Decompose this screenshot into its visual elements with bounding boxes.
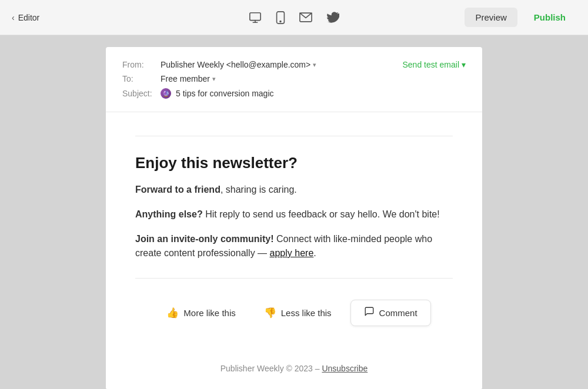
- from-value: Publisher Weekly <hello@example.com> ▾: [161, 60, 403, 69]
- main-content: From: Publisher Weekly <hello@example.co…: [0, 35, 588, 389]
- to-text: Free member: [161, 74, 210, 83]
- back-arrow-icon: ‹: [12, 13, 15, 22]
- thumbs-down-icon: 👎: [264, 307, 276, 319]
- subject-value: 🔮 5 tips for conversion magic: [161, 88, 466, 99]
- svg-point-4: [280, 21, 281, 22]
- from-label: From:: [122, 60, 161, 69]
- subject-label: Subject:: [122, 89, 161, 98]
- from-text: Publisher Weekly <hello@example.com>: [161, 60, 310, 69]
- back-link[interactable]: ‹ Editor: [12, 13, 39, 22]
- anything-rest: Hit reply to send us feedback or say hel…: [203, 209, 440, 219]
- email-heading: Enjoy this newsletter?: [135, 154, 453, 172]
- subject-text: 5 tips for conversion magic: [176, 89, 274, 98]
- community-bold: Join an invite-only community!: [135, 234, 274, 244]
- top-divider: [135, 136, 453, 136]
- to-chevron-icon[interactable]: ▾: [212, 75, 216, 83]
- twitter-icon[interactable]: [326, 12, 339, 23]
- nav-icons: [249, 11, 339, 24]
- apply-here-link[interactable]: apply here: [270, 248, 314, 258]
- top-bar: ‹ Editor Preview Publish: [0, 0, 588, 35]
- send-test-chevron-icon: ▾: [462, 60, 466, 69]
- editor-label: Editor: [18, 13, 40, 22]
- to-label: To:: [122, 74, 161, 83]
- subject-emoji-icon: 🔮: [161, 88, 171, 99]
- thumbs-up-icon: 👍: [166, 307, 179, 319]
- email-icon[interactable]: [299, 12, 312, 22]
- anything-bold: Anything else?: [135, 209, 203, 219]
- from-chevron-icon[interactable]: ▾: [313, 61, 316, 69]
- top-bar-actions: Preview Publish: [465, 8, 576, 27]
- footer-text: Publisher Weekly © 2023 –: [220, 364, 322, 373]
- mobile-icon[interactable]: [276, 11, 285, 24]
- to-row: To: Free member ▾: [122, 72, 466, 86]
- desktop-icon[interactable]: [249, 11, 262, 24]
- from-row: From: Publisher Weekly <hello@example.co…: [122, 58, 466, 72]
- more-like-this-label: More like this: [183, 308, 235, 318]
- less-like-this-button[interactable]: 👎 Less like this: [255, 302, 341, 324]
- paragraph-forward: Forward to a friend, sharing is caring.: [135, 183, 453, 197]
- unsubscribe-link[interactable]: Unsubscribe: [322, 364, 368, 373]
- send-test-label: Send test email: [403, 60, 460, 69]
- preview-button[interactable]: Preview: [465, 8, 517, 27]
- community-end: .: [313, 248, 316, 258]
- email-footer: Publisher Weekly © 2023 – Unsubscribe: [106, 356, 482, 389]
- feedback-row: 👍 More like this 👎 Less like this Commen…: [135, 290, 453, 338]
- email-header: From: Publisher Weekly <hello@example.co…: [106, 47, 482, 112]
- paragraph-community: Join an invite-only community! Connect w…: [135, 232, 453, 260]
- to-value: Free member ▾: [161, 74, 466, 83]
- forward-bold: Forward to a friend: [135, 185, 220, 195]
- send-test-email-button[interactable]: Send test email ▾: [403, 60, 466, 69]
- more-like-this-button[interactable]: 👍 More like this: [157, 302, 245, 324]
- bottom-divider: [135, 278, 453, 279]
- subject-row: Subject: 🔮 5 tips for conversion magic: [122, 86, 466, 101]
- email-container: From: Publisher Weekly <hello@example.co…: [106, 47, 482, 389]
- less-like-this-label: Less like this: [281, 308, 332, 318]
- svg-rect-0: [250, 12, 260, 20]
- paragraph-anything: Anything else? Hit reply to send us feed…: [135, 207, 453, 222]
- comment-button[interactable]: Comment: [350, 300, 431, 326]
- publish-button[interactable]: Publish: [523, 8, 576, 27]
- email-body: Enjoy this newsletter? Forward to a frie…: [106, 112, 482, 356]
- comment-label: Comment: [379, 308, 417, 318]
- forward-rest: , sharing is caring.: [220, 185, 297, 195]
- comment-icon: [364, 306, 375, 320]
